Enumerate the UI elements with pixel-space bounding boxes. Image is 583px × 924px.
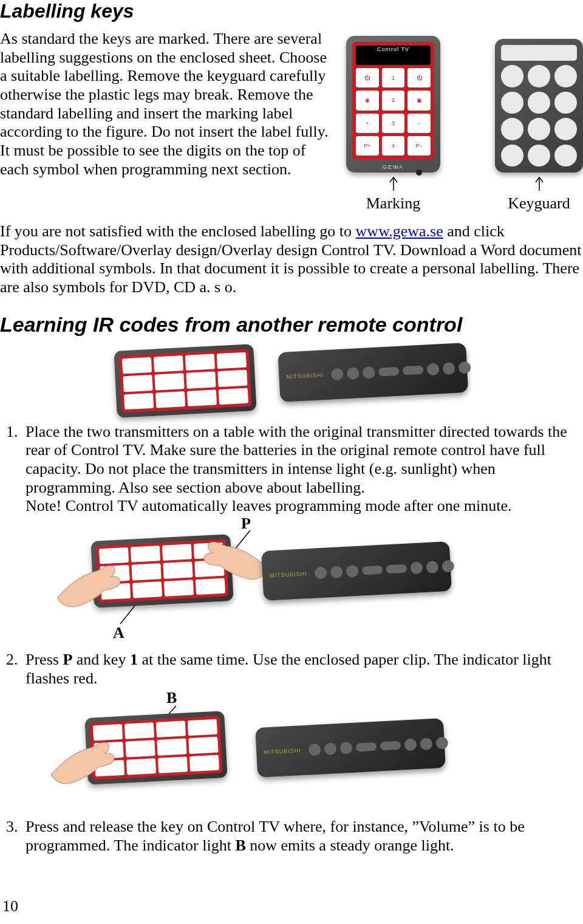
heading-learning-ir: Learning IR codes from another remote co… [0, 313, 583, 337]
device-button: − [407, 114, 431, 133]
text-fragment: If you are not satisfied with the enclos… [0, 222, 356, 240]
device-button: + [356, 114, 379, 133]
heading-labelling-keys: Labelling keys [0, 0, 583, 22]
label-a: A [113, 624, 124, 643]
device-button: 1 [382, 68, 405, 87]
device-button: 2 [382, 91, 405, 110]
step-2: Press P and key 1 at the same time. Use … [22, 651, 583, 813]
gewa-link[interactable]: www.gewa.se [356, 222, 443, 240]
standard-remote-illustration: MITSUBISHI [255, 718, 446, 778]
keyguard-illustration [495, 39, 583, 173]
step-note: Note! Control TV automatically leaves pr… [26, 497, 512, 515]
figure-two-remotes: MITSUBISHI [0, 347, 583, 414]
device-button: ⏻ [407, 68, 431, 87]
page-number: 10 [2, 897, 18, 915]
control-tv-horizontal-illustration [114, 344, 256, 418]
device-brand: GEWA [346, 164, 440, 170]
device-button: P+ [356, 136, 379, 156]
text-fragment: Press [26, 651, 63, 668]
device-button: ◉ [356, 91, 379, 110]
device-button: P− [407, 136, 431, 156]
step-1: Place the two transmitters on a table wi… [22, 423, 583, 646]
intro-wrap: As standard the keys are marked. There a… [0, 30, 583, 213]
device-title: Control TV [356, 46, 431, 65]
device-button: 3 [382, 114, 405, 133]
step-3: Press and release the key on Control TV … [22, 818, 583, 855]
bold-p: P [63, 651, 72, 668]
step-text: Place the two transmitters on a table wi… [26, 423, 567, 496]
control-tv-with-hand-illustration [90, 534, 233, 608]
steps-list: Place the two transmitters on a table wi… [0, 423, 583, 855]
bold-b: B [235, 837, 245, 854]
device-button: ⏻ [356, 68, 379, 87]
device-button: 4 [382, 136, 405, 156]
arrow-up-icon [387, 176, 400, 192]
text-fragment: and key [72, 651, 130, 668]
arrow-up-icon [533, 176, 545, 192]
control-tv-with-hand-illustration [84, 711, 227, 785]
remote-brand: MITSUBISHI [270, 570, 307, 579]
text-fragment: now emits a steady orange light. [246, 837, 454, 854]
figure-label-marking: Marking [366, 194, 421, 213]
remote-brand: MITSUBISHI [286, 372, 324, 380]
bold-1: 1 [130, 651, 138, 668]
paragraph-download-info: If you are not satisfied with the enclos… [0, 222, 583, 297]
device-button: ▣ [407, 91, 431, 110]
figure-step2: P [92, 518, 583, 646]
remote-brand: MITSUBISHI [264, 747, 301, 756]
standard-remote-illustration: MITSUBISHI [261, 541, 452, 601]
figure-step3: B [111, 691, 583, 813]
figure-marking-keyguard: Control TV ⏻ 1 ⏻ ◉ 2 ▣ + 3 − P+ 4 [346, 30, 583, 213]
control-tv-device-illustration: Control TV ⏻ 1 ⏻ ◉ 2 ▣ + 3 − P+ 4 [346, 36, 440, 173]
svg-line-3 [120, 606, 135, 624]
figure-label-keyguard: Keyguard [508, 194, 570, 213]
device-jack-icon [416, 169, 422, 176]
page: Labelling keys As standard the keys are … [0, 0, 583, 924]
standard-remote-illustration: MITSUBISHI [278, 343, 468, 402]
intro-paragraph: As standard the keys are marked. There a… [0, 30, 335, 179]
